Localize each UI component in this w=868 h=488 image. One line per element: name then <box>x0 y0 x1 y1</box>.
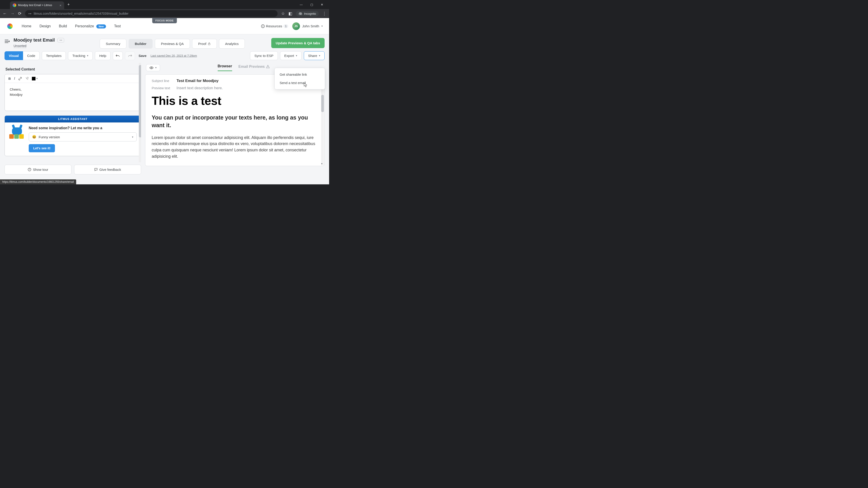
scroll-down-icon[interactable]: ▾ <box>321 162 323 164</box>
preview-tab-email[interactable]: Email Previews <box>239 64 270 71</box>
resources-link[interactable]: Resources 1 <box>261 24 288 28</box>
share-dropdown: Get shareable link Send a test email <box>274 68 325 90</box>
email-subheading: You can put or incorporate your texts he… <box>152 114 318 129</box>
mouse-cursor-icon <box>304 83 307 87</box>
browser-menu-icon[interactable]: ⋮ <box>322 11 327 16</box>
svg-rect-9 <box>268 66 268 67</box>
link-icon <box>18 77 22 80</box>
close-tab-icon[interactable]: × <box>59 3 61 7</box>
assistant-version-select[interactable]: 😆 Funny version ▾ <box>29 132 137 141</box>
chevron-down-icon: ▾ <box>87 54 88 57</box>
lock-icon <box>208 42 211 45</box>
assistant-prompt: Need some inspiration? Let me write you … <box>29 126 137 130</box>
code-mode-button[interactable]: Code <box>23 51 39 60</box>
subject-line-label: Subject line <box>152 79 173 83</box>
content-editor[interactable]: Cheers, Moodjoy <box>5 83 141 111</box>
close-window-icon[interactable]: ✕ <box>321 3 323 6</box>
give-feedback-button[interactable]: Give feedback <box>74 165 141 174</box>
bookmark-icon[interactable]: ☆ <box>281 11 285 16</box>
reload-icon[interactable]: ⟳ <box>18 11 22 16</box>
save-button[interactable]: Save <box>138 54 147 58</box>
minimize-icon[interactable]: — <box>300 3 303 6</box>
nav-build[interactable]: Build <box>59 24 67 28</box>
info-icon <box>261 24 265 28</box>
format-toolbar: B I ▾ <box>5 74 141 83</box>
update-previews-button[interactable]: Update Previews & QA tabs <box>271 38 324 48</box>
email-body-preview: This is a test You can put or incorporat… <box>145 94 324 160</box>
chevron-down-icon: ▾ <box>132 135 133 138</box>
document-header: Moodjoy test Email ··· Unsorted Summary … <box>0 34 329 48</box>
unlink-icon <box>25 77 29 80</box>
forward-icon: → <box>10 11 14 16</box>
editor-scrollbar-thumb[interactable] <box>139 65 141 137</box>
maximize-icon[interactable]: ▢ <box>310 3 313 6</box>
litmus-logo-icon[interactable] <box>6 23 13 30</box>
tab-analytics[interactable]: Analytics <box>219 39 245 48</box>
share-button[interactable]: Share▾ <box>304 51 324 60</box>
preview-view-button[interactable]: ▾ <box>146 64 160 71</box>
site-info-icon[interactable]: ⊶ <box>28 12 31 15</box>
text-color-button[interactable]: ▾ <box>32 77 38 80</box>
nav-personalize[interactable]: Personalize New <box>75 24 106 28</box>
share-send-test[interactable]: Send a test email <box>275 78 325 87</box>
editor-column: Selected Content B I ▾ <box>4 63 141 171</box>
nav-design[interactable]: Design <box>39 24 51 28</box>
incognito-icon <box>299 12 302 15</box>
redo-button[interactable] <box>125 52 135 60</box>
panel-icon[interactable]: ◧ <box>288 11 292 16</box>
selected-content-heading: Selected Content <box>5 67 141 71</box>
share-get-link[interactable]: Get shareable link <box>275 70 325 78</box>
nav-home[interactable]: Home <box>22 24 31 28</box>
app-topnav: FOCUS MODE Home Design Build Personalize… <box>0 18 329 34</box>
svg-point-10 <box>268 67 268 68</box>
subject-line-value[interactable]: Test Email for Moodjoy <box>177 78 219 83</box>
nav-test[interactable]: Test <box>114 24 121 28</box>
tab-summary[interactable]: Summary <box>100 39 126 48</box>
tab-builder[interactable]: Builder <box>129 39 153 48</box>
tab-proof[interactable]: Proof <box>192 39 217 48</box>
assistant-generate-button[interactable]: Let's see it! <box>29 144 55 152</box>
document-title[interactable]: Moodjoy test Email <box>13 37 55 43</box>
preview-tab-browser[interactable]: Browser <box>218 64 232 71</box>
svg-point-8 <box>151 67 152 68</box>
new-badge: New <box>96 24 106 29</box>
italic-button[interactable]: I <box>14 76 15 80</box>
chevron-down-icon: ▾ <box>321 25 323 28</box>
assistant-panel: LITMUS ASSISTANT Need some inspiration? … <box>4 116 141 156</box>
chevron-down-icon: ▾ <box>155 66 157 69</box>
assistant-header: LITMUS ASSISTANT <box>5 116 141 123</box>
tab-title: Moodjoy test Email > Litmus <box>18 4 52 7</box>
templates-button[interactable]: Templates <box>42 51 66 60</box>
url-text: litmus.com/folders/unsorted_emails/email… <box>34 12 128 15</box>
document-folder-link[interactable]: Unsorted <box>13 44 26 48</box>
last-saved-link[interactable]: Last saved Dec 20, 2023 at 7:29pm <box>151 54 197 57</box>
unlink-button[interactable] <box>25 77 29 80</box>
link-button[interactable] <box>18 77 22 80</box>
user-menu[interactable]: JS John Smith ▾ <box>292 22 323 30</box>
chevron-down-icon: ▾ <box>36 77 38 80</box>
tab-previews-qa[interactable]: Previews & QA <box>155 39 190 48</box>
app-root: FOCUS MODE Home Design Build Personalize… <box>0 18 329 184</box>
bold-button[interactable]: B <box>8 76 11 80</box>
preview-text-value[interactable]: Insert text description here. <box>177 86 223 90</box>
chevron-down-icon: ▾ <box>296 54 297 57</box>
visual-mode-button[interactable]: Visual <box>4 51 23 60</box>
svg-point-4 <box>263 25 263 26</box>
focus-mode-tab[interactable]: FOCUS MODE <box>152 18 177 23</box>
eye-icon <box>149 66 153 69</box>
url-field[interactable]: ⊶ litmus.com/folders/unsorted_emails/ema… <box>25 10 278 17</box>
undo-button[interactable] <box>113 52 123 60</box>
back-icon[interactable]: ← <box>3 11 7 16</box>
browser-tab[interactable]: Moodjoy test Email > Litmus × <box>10 1 64 9</box>
document-menu-button[interactable]: ··· <box>57 38 64 42</box>
new-tab-button[interactable]: + <box>67 2 70 7</box>
help-circle-icon: ? <box>28 168 31 171</box>
tracking-button[interactable]: Tracking▾ <box>68 51 93 60</box>
help-button[interactable]: Help <box>95 51 111 60</box>
preview-scrollbar-thumb[interactable] <box>321 95 324 112</box>
sidebar-toggle-icon[interactable] <box>4 39 9 43</box>
sync-esp-button[interactable]: Sync to ESP <box>250 51 278 60</box>
show-tour-button[interactable]: ? Show tour <box>4 165 71 174</box>
export-button[interactable]: Export▾ <box>280 51 302 60</box>
resources-count: 1 <box>283 24 288 28</box>
